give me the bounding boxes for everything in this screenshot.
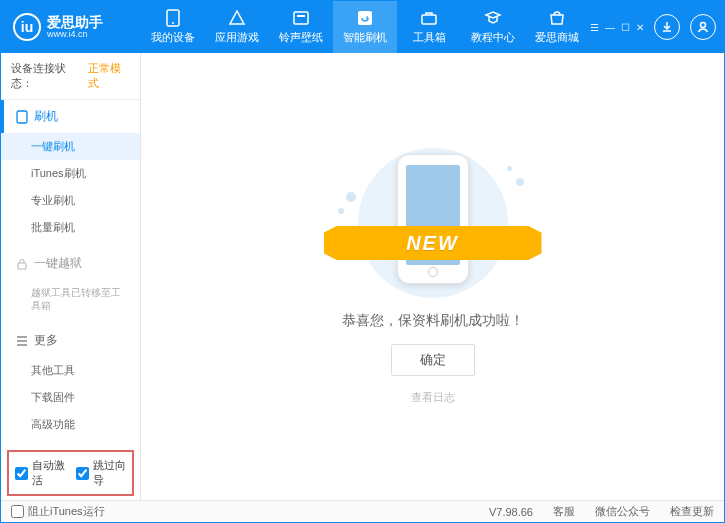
view-log-link[interactable]: 查看日志 [411,390,455,405]
phone-illustration-icon [397,154,469,284]
nav-ringtones[interactable]: 铃声壁纸 [269,1,333,53]
brand-name: 爱思助手 [47,15,103,29]
nav-my-device[interactable]: 我的设备 [141,1,205,53]
sidebar-item-download-firmware[interactable]: 下载固件 [1,384,140,411]
svg-rect-2 [294,12,308,24]
minimize-icon[interactable]: — [605,22,615,33]
store-icon [547,9,567,27]
ok-button[interactable]: 确定 [391,344,475,376]
maximize-icon[interactable]: ☐ [621,22,630,33]
success-message: 恭喜您，保资料刷机成功啦！ [342,312,524,330]
user-button[interactable] [690,14,716,40]
apps-icon [227,9,247,27]
wallpaper-icon [291,9,311,27]
sidebar-item-pro-flash[interactable]: 专业刷机 [1,187,140,214]
version-text: V7.98.66 [489,506,533,518]
nav-store[interactable]: 爱思商城 [525,1,589,53]
sidebar-item-other-tools[interactable]: 其他工具 [1,357,140,384]
logo-icon: iu [13,13,41,41]
nav-apps-games[interactable]: 应用游戏 [205,1,269,53]
nav-smart-flash[interactable]: 智能刷机 [333,1,397,53]
checkbox-skip-guide[interactable]: 跳过向导 [76,458,127,488]
success-illustration: NEW [328,148,538,298]
wechat-link[interactable]: 微信公众号 [595,504,650,519]
connection-status: 设备连接状态： 正常模式 [1,53,140,100]
section-more[interactable]: 更多 [1,324,140,357]
support-link[interactable]: 客服 [553,504,575,519]
lock-icon [16,258,28,270]
svg-rect-8 [18,263,26,269]
svg-rect-7 [17,111,27,123]
options-highlight-box: 自动激活 跳过向导 [7,450,134,496]
sidebar-item-advanced[interactable]: 高级功能 [1,411,140,438]
download-button[interactable] [654,14,680,40]
app-logo: iu 爱思助手 www.i4.cn [13,13,141,41]
check-update-link[interactable]: 检查更新 [670,504,714,519]
section-jailbreak: 一键越狱 [1,247,140,280]
device-icon [163,9,183,27]
flash-icon [355,9,375,27]
svg-point-6 [701,23,706,28]
statusbar: 阻止iTunes运行 V7.98.66 客服 微信公众号 检查更新 [1,500,724,522]
jailbreak-note: 越狱工具已转移至工具箱 [1,280,140,318]
new-ribbon: NEW [324,226,542,260]
nav-tutorials[interactable]: 教程中心 [461,1,525,53]
main-nav: 我的设备 应用游戏 铃声壁纸 智能刷机 工具箱 教程中心 爱思商城 [141,1,589,53]
svg-rect-3 [297,15,305,17]
sidebar-item-batch-flash[interactable]: 批量刷机 [1,214,140,241]
section-flash[interactable]: 刷机 [1,100,140,133]
close-icon[interactable]: ✕ [636,22,644,33]
svg-point-1 [172,22,174,24]
menu-icon[interactable]: ☰ [590,22,599,33]
svg-rect-4 [358,11,372,25]
list-icon [16,336,28,346]
tutorial-icon [483,9,503,27]
sidebar-item-oneclick-flash[interactable]: 一键刷机 [1,133,140,160]
sidebar-item-itunes-flash[interactable]: iTunes刷机 [1,160,140,187]
phone-icon [16,110,28,124]
toolbox-icon [419,9,439,27]
window-controls: ☰ — ☐ ✕ [590,14,716,40]
brand-url: www.i4.cn [47,29,103,40]
titlebar: iu 爱思助手 www.i4.cn 我的设备 应用游戏 铃声壁纸 智能刷机 工具… [1,1,724,53]
svg-rect-5 [422,15,436,24]
nav-toolbox[interactable]: 工具箱 [397,1,461,53]
checkbox-auto-activate[interactable]: 自动激活 [15,458,66,488]
main-content: NEW 恭喜您，保资料刷机成功啦！ 确定 查看日志 [141,53,724,500]
sidebar: 设备连接状态： 正常模式 刷机 一键刷机 iTunes刷机 专业刷机 批量刷机 … [1,53,141,500]
checkbox-block-itunes[interactable]: 阻止iTunes运行 [11,504,105,519]
